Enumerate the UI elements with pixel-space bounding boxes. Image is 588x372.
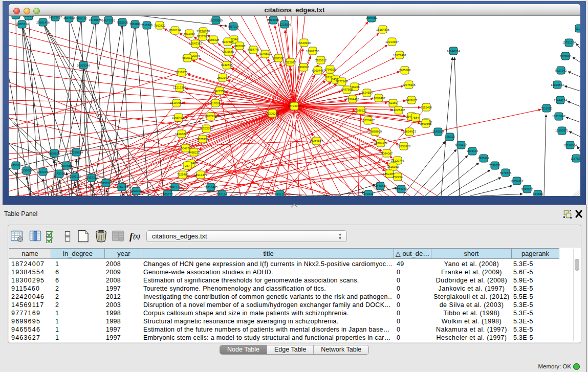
svg-text:9146821: 9146821: [259, 52, 271, 55]
svg-text:9329966: 9329966: [560, 55, 572, 58]
svg-text:6990448: 6990448: [312, 69, 324, 72]
svg-text:9777169: 9777169: [336, 80, 348, 83]
svg-text:7485003: 7485003: [399, 69, 411, 72]
svg-text:6794028: 6794028: [324, 68, 336, 71]
svg-text:9327508: 9327508: [222, 40, 234, 43]
svg-text:173342: 173342: [363, 192, 373, 195]
svg-text:8322037: 8322037: [285, 61, 296, 64]
svg-text:25300205: 25300205: [266, 112, 279, 115]
svg-text:9242848: 9242848: [221, 63, 233, 67]
svg-text:4498222: 4498222: [188, 151, 200, 154]
svg-text:8186328: 8186328: [208, 38, 220, 41]
svg-text:1362615: 1362615: [298, 65, 310, 69]
svg-text:19654923: 19654923: [172, 116, 185, 119]
svg-text:7857224: 7857224: [228, 25, 239, 28]
svg-text:985777: 985777: [163, 193, 172, 196]
svg-text:10688609: 10688609: [368, 130, 382, 133]
svg-text:2867608: 2867608: [234, 45, 246, 48]
svg-text:9084067: 9084067: [381, 152, 393, 155]
svg-text:924565: 924565: [533, 192, 542, 195]
svg-text:10958117: 10958117: [99, 182, 112, 185]
svg-text:143613: 143613: [275, 193, 285, 196]
svg-text:8471676: 8471676: [500, 171, 512, 174]
svg-text:11353594: 11353594: [200, 127, 213, 130]
svg-text:252254: 252254: [393, 176, 403, 179]
svg-text:3215953: 3215953: [541, 107, 553, 110]
svg-text:2718176: 2718176: [176, 71, 188, 74]
svg-text:10025438: 10025438: [392, 108, 405, 112]
svg-text:10973493: 10973493: [393, 54, 406, 57]
svg-text:7955812: 7955812: [315, 59, 327, 62]
svg-text:917004: 917004: [210, 102, 221, 105]
svg-text:1156829: 1156829: [21, 169, 32, 172]
svg-text:16782759: 16782759: [115, 185, 128, 188]
svg-text:23226058: 23226058: [197, 30, 210, 33]
svg-text:(x): (x): [133, 233, 140, 240]
svg-text:10653267: 10653267: [49, 16, 62, 19]
svg-text:18724007: 18724007: [288, 104, 301, 107]
svg-text:15751074: 15751074: [562, 41, 576, 44]
svg-text:16914479: 16914479: [194, 173, 207, 177]
svg-text:16033809: 16033809: [209, 19, 223, 22]
svg-text:17957225: 17957225: [85, 176, 98, 179]
svg-text:9474444: 9474444: [467, 149, 478, 152]
svg-text:18807249: 18807249: [374, 141, 387, 144]
svg-text:10654112: 10654112: [510, 180, 523, 183]
svg-text:7625402: 7625402: [177, 173, 189, 176]
svg-text:16640910: 16640910: [297, 41, 311, 45]
svg-text:14055714: 14055714: [15, 23, 29, 26]
svg-text:7515526: 7515526: [117, 21, 128, 24]
svg-text:8660124: 8660124: [169, 29, 181, 32]
svg-text:1405571: 1405571: [10, 16, 22, 17]
svg-text:1615152: 1615152: [387, 165, 399, 168]
svg-text:10756928: 10756928: [397, 145, 410, 148]
svg-text:19166825: 19166825: [175, 133, 188, 136]
svg-text:12942757: 12942757: [36, 170, 50, 173]
svg-text:8427552: 8427552: [214, 90, 226, 93]
svg-text:9857771: 9857771: [169, 185, 181, 188]
svg-text:16120746: 16120746: [391, 159, 404, 162]
svg-text:9115460: 9115460: [421, 106, 432, 109]
svg-text:9097588: 9097588: [61, 164, 73, 167]
svg-text:7632621: 7632621: [489, 164, 501, 167]
svg-text:8454749: 8454749: [248, 48, 259, 51]
svg-text:10807487: 10807487: [372, 97, 385, 100]
svg-text:15692971: 15692971: [555, 129, 569, 132]
svg-text:0899695: 0899695: [420, 122, 432, 125]
svg-text:20053346: 20053346: [77, 64, 90, 67]
svg-text:1527602: 1527602: [63, 16, 75, 19]
svg-text:12505135: 12505135: [68, 175, 81, 178]
svg-text:7663811: 7663811: [129, 23, 141, 26]
svg-text:19384554: 19384554: [310, 139, 323, 142]
svg-text:1733426: 1733426: [396, 188, 407, 191]
svg-text:9227342: 9227342: [555, 69, 567, 72]
svg-text:7663822: 7663822: [154, 24, 166, 27]
svg-text:938923: 938923: [445, 135, 454, 138]
svg-text:2935114: 2935114: [478, 157, 490, 160]
svg-text:9463627: 9463627: [406, 99, 418, 102]
svg-text:1640954: 1640954: [432, 130, 444, 133]
svg-text:8878332: 8878332: [197, 138, 209, 141]
svg-text:7986322: 7986322: [355, 109, 367, 112]
svg-text:10719185: 10719185: [89, 18, 102, 21]
svg-text:14136141: 14136141: [374, 185, 387, 188]
svg-text:1588520: 1588520: [273, 57, 285, 60]
svg-text:10961755: 10961755: [306, 50, 319, 53]
svg-text:12213967: 12213967: [385, 40, 399, 43]
svg-text:19716485: 19716485: [204, 186, 217, 189]
svg-text:19654923: 19654923: [403, 130, 416, 133]
svg-text:197164: 197164: [217, 193, 227, 196]
svg-text:16648784: 16648784: [447, 50, 461, 53]
svg-text:1292344: 1292344: [130, 189, 142, 192]
svg-text:6479197: 6479197: [455, 143, 467, 146]
svg-text:16154838: 16154838: [376, 28, 389, 31]
svg-text:20364436: 20364436: [346, 98, 359, 101]
svg-text:9245652: 9245652: [521, 188, 533, 191]
svg-text:16107553: 16107553: [170, 101, 183, 104]
svg-text:17359924: 17359924: [70, 151, 83, 154]
svg-text:16671355: 16671355: [102, 19, 115, 22]
svg-text:12444154: 12444154: [554, 99, 568, 102]
svg-text:12975115: 12975115: [402, 83, 415, 86]
svg-text:12213369: 12213369: [173, 86, 186, 89]
svg-text:257: 257: [185, 164, 190, 167]
